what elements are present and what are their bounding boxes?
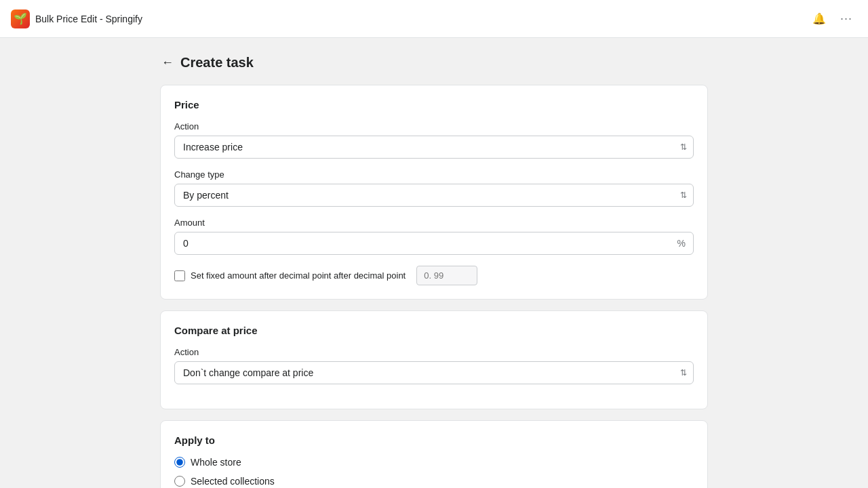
top-bar-actions: 🔔 ··· [808,8,857,30]
action-field-group: Action Increase price Decrease price Set… [174,121,694,159]
decimal-checkbox[interactable] [174,270,185,281]
compare-at-price-card: Compare at price Action Don`t change com… [160,310,708,409]
selected-collections-label[interactable]: Selected collections [191,476,275,487]
decimal-checkbox-row: Set fixed amount after decimal point aft… [174,266,694,285]
back-button[interactable]: ← [160,54,175,71]
apply-to-card: Apply to Whole store Selected collection… [160,420,708,488]
action-label: Action [174,121,694,131]
logo-icon: 🌱 [14,12,27,25]
action-select[interactable]: Increase price Decrease price Set price [174,136,694,159]
whole-store-label[interactable]: Whole store [191,457,241,468]
selected-collections-radio[interactable] [174,476,185,487]
radio-row-whole-store: Whole store [174,457,694,468]
top-bar: 🌱 Bulk Price Edit - Springify 🔔 ··· [0,0,868,38]
notifications-button[interactable]: 🔔 [808,8,830,30]
page-title: Create task [180,55,254,70]
change-type-label: Change type [174,169,694,180]
compare-action-label: Action [174,347,694,357]
more-icon: ··· [840,12,852,26]
app-title: Bulk Price Edit - Springify [35,14,142,24]
compare-action-select-wrapper: Don`t change compare at price Increase p… [174,361,694,384]
whole-store-radio[interactable] [174,457,185,468]
bell-icon: 🔔 [812,12,826,25]
change-type-field-group: Change type By percent By amount To amou… [174,169,694,207]
decimal-checkbox-label[interactable]: Set fixed amount after decimal point aft… [191,270,406,281]
amount-label: Amount [174,218,694,228]
amount-input[interactable] [174,232,694,255]
more-options-button[interactable]: ··· [835,8,857,30]
page-header: ← Create task [160,54,708,71]
amount-field-group: Amount % [174,218,694,255]
app-branding: 🌱 Bulk Price Edit - Springify [11,9,142,28]
compare-action-select[interactable]: Don`t change compare at price Increase p… [174,361,694,384]
action-select-wrapper: Increase price Decrease price Set price … [174,136,694,159]
main-content: ← Create task Price Action Increase pric… [149,38,719,488]
amount-suffix: % [677,238,686,249]
price-card-title: Price [174,99,694,110]
compare-card-title: Compare at price [174,325,694,336]
compare-action-field-group: Action Don`t change compare at price Inc… [174,347,694,384]
change-type-select-wrapper: By percent By amount To amount ⇅ [174,184,694,207]
back-arrow-icon: ← [161,56,174,70]
change-type-select[interactable]: By percent By amount To amount [174,184,694,207]
apply-to-radio-group: Whole store Selected collections Selecte… [174,457,694,488]
price-card: Price Action Increase price Decrease pri… [160,85,708,300]
decimal-input[interactable] [416,266,477,285]
radio-row-selected-collections: Selected collections [174,476,694,487]
amount-input-wrapper: % [174,232,694,255]
apply-to-card-title: Apply to [174,434,694,446]
app-logo: 🌱 [11,9,30,28]
